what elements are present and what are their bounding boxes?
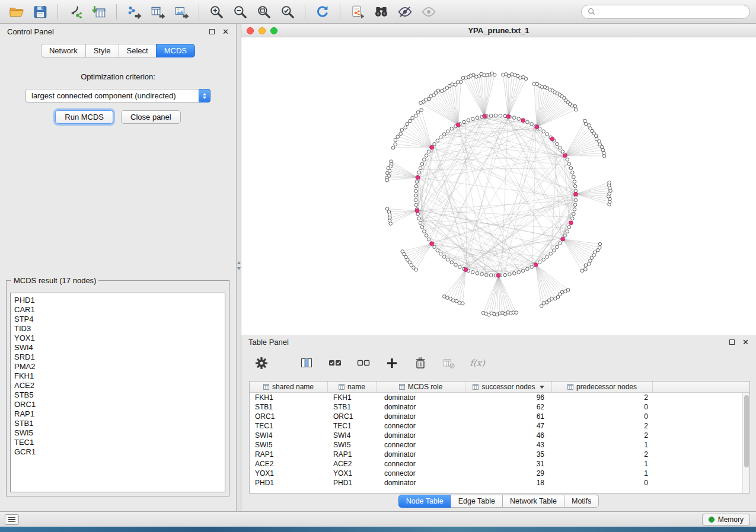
column-header-successor-nodes[interactable]: successor nodes <box>465 382 552 392</box>
mcds-result-item[interactable]: TEC1 <box>14 438 225 447</box>
open-session-button[interactable] <box>6 2 27 21</box>
cell-name[interactable]: RAP1 <box>328 450 377 459</box>
cell-predecessor-nodes[interactable]: 0 <box>552 402 653 412</box>
cell-predecessor-nodes[interactable]: 2 <box>552 431 653 440</box>
column-header-mcds-role[interactable]: MCDS role <box>377 382 465 392</box>
table-row[interactable]: ACE2 ACE2 connector 31 1 <box>250 459 749 469</box>
table-row[interactable]: ORC1 ORC1 dominator 61 0 <box>250 412 749 421</box>
mcds-result-item[interactable]: SWI5 <box>14 428 225 438</box>
mcds-result-item[interactable]: TID3 <box>14 324 225 334</box>
import-table-button[interactable] <box>88 2 110 21</box>
mcds-result-item[interactable]: YOX1 <box>14 334 225 343</box>
cell-predecessor-nodes[interactable]: 1 <box>552 440 653 450</box>
mcds-result-item[interactable]: ORC1 <box>14 400 225 409</box>
mcds-result-item[interactable]: CAR1 <box>14 305 225 315</box>
zoom-out-button[interactable] <box>229 2 251 21</box>
cell-name[interactable]: FKH1 <box>328 393 377 402</box>
table-scrollbar[interactable] <box>742 393 749 493</box>
cell-shared-name[interactable]: RAP1 <box>250 450 328 459</box>
cell-mcds-role[interactable]: dominator <box>377 478 465 488</box>
cell-name[interactable]: STB1 <box>328 402 377 412</box>
select-all-button[interactable] <box>327 355 343 371</box>
export-network-button[interactable] <box>123 2 145 21</box>
cell-name[interactable]: SWI5 <box>328 440 377 450</box>
table-row[interactable]: SWI4 SWI4 dominator 46 2 <box>250 431 749 440</box>
table-row[interactable]: SWI5 SWI5 connector 43 1 <box>250 440 749 450</box>
mcds-result-item[interactable]: GCR1 <box>14 447 225 457</box>
mcds-result-item[interactable]: FKH1 <box>14 371 225 381</box>
table-row[interactable]: RAP1 RAP1 dominator 35 2 <box>250 450 749 459</box>
cell-successor-nodes[interactable]: 43 <box>465 440 552 450</box>
cell-mcds-role[interactable]: dominator <box>377 402 465 412</box>
close-panel-button[interactable]: Close panel <box>121 110 181 124</box>
save-session-button[interactable] <box>30 2 51 21</box>
cell-successor-nodes[interactable]: 18 <box>465 478 552 488</box>
cell-successor-nodes[interactable]: 62 <box>465 402 552 412</box>
table-row[interactable]: TEC1 TEC1 connector 47 2 <box>250 421 749 431</box>
tab-network-table[interactable]: Network Table <box>502 495 564 508</box>
close-window-button[interactable] <box>247 27 254 34</box>
cell-name[interactable]: PHD1 <box>328 478 377 488</box>
cell-shared-name[interactable]: ACE2 <box>250 459 328 469</box>
memory-button[interactable]: Memory <box>702 514 750 525</box>
cell-name[interactable]: TEC1 <box>328 421 377 431</box>
mcds-result-list[interactable]: PHD1 CAR1 STP4 TID3 YOX1 SWI4 SRD1 PMA2 … <box>10 293 225 492</box>
cell-name[interactable]: ACE2 <box>328 459 377 469</box>
column-header-name[interactable]: name <box>328 382 377 392</box>
cell-mcds-role[interactable]: dominator <box>377 412 465 421</box>
cell-shared-name[interactable]: SWI4 <box>250 431 328 440</box>
zoom-selected-button[interactable] <box>277 2 298 21</box>
criterion-dropdown[interactable]: largest connected component (undirected) <box>25 89 210 102</box>
cell-successor-nodes[interactable]: 96 <box>465 393 552 402</box>
hide-selected-button[interactable] <box>394 2 416 21</box>
find-button[interactable] <box>371 2 392 21</box>
refresh-view-button[interactable] <box>312 2 333 21</box>
cell-successor-nodes[interactable]: 35 <box>465 450 552 459</box>
minimize-window-button[interactable] <box>259 27 266 34</box>
tab-network[interactable]: Network <box>41 44 86 57</box>
close-table-panel-icon[interactable] <box>742 338 749 346</box>
tab-select[interactable]: Select <box>119 44 157 57</box>
float-panel-button[interactable] <box>209 29 215 34</box>
show-all-button[interactable] <box>418 2 439 21</box>
table-row[interactable]: YOX1 YOX1 connector 29 1 <box>250 469 749 478</box>
table-settings-button[interactable] <box>253 355 270 371</box>
mcds-result-item[interactable]: STB1 <box>14 419 225 428</box>
cell-mcds-role[interactable]: dominator <box>377 393 465 402</box>
cell-name[interactable]: YOX1 <box>328 469 377 478</box>
zoom-fit-button[interactable] <box>253 2 275 21</box>
mcds-result-item[interactable]: STP4 <box>14 315 225 324</box>
tab-motifs[interactable]: Motifs <box>564 495 599 508</box>
cell-shared-name[interactable]: SWI5 <box>250 440 328 450</box>
cell-predecessor-nodes[interactable]: 1 <box>552 469 653 478</box>
panel-splitter[interactable] <box>237 24 241 511</box>
run-mcds-button[interactable]: Run MCDS <box>55 110 113 124</box>
cell-shared-name[interactable]: TEC1 <box>250 421 328 431</box>
mcds-result-item[interactable]: SRD1 <box>14 352 225 362</box>
import-network-button[interactable] <box>65 2 86 21</box>
add-column-button[interactable] <box>384 355 400 371</box>
export-image-button[interactable] <box>171 2 192 21</box>
cell-shared-name[interactable]: PHD1 <box>250 478 328 488</box>
cell-predecessor-nodes[interactable]: 0 <box>552 412 653 421</box>
cell-predecessor-nodes[interactable]: 2 <box>552 421 653 431</box>
table-row[interactable]: STB1 STB1 dominator 62 0 <box>250 402 749 412</box>
cell-shared-name[interactable]: FKH1 <box>250 393 328 402</box>
export-table-button[interactable] <box>147 2 168 21</box>
export-web-button[interactable] <box>347 2 368 21</box>
cell-successor-nodes[interactable]: 47 <box>465 421 552 431</box>
zoom-in-button[interactable] <box>206 2 227 21</box>
cell-mcds-role[interactable]: dominator <box>377 450 465 459</box>
column-header-shared-name[interactable]: shared name <box>250 382 328 392</box>
cell-successor-nodes[interactable]: 31 <box>465 459 552 469</box>
cell-mcds-role[interactable]: connector <box>377 421 465 431</box>
column-header-predecessor-nodes[interactable]: predecessor nodes <box>552 382 653 392</box>
cell-shared-name[interactable]: STB1 <box>250 402 328 412</box>
cell-predecessor-nodes[interactable]: 2 <box>552 393 653 402</box>
cell-name[interactable]: SWI4 <box>328 431 377 440</box>
status-menu-button[interactable] <box>5 514 19 525</box>
search-input[interactable] <box>599 8 744 16</box>
zoom-window-button[interactable] <box>270 27 277 34</box>
network-canvas[interactable] <box>241 37 756 335</box>
tab-style[interactable]: Style <box>85 44 119 57</box>
